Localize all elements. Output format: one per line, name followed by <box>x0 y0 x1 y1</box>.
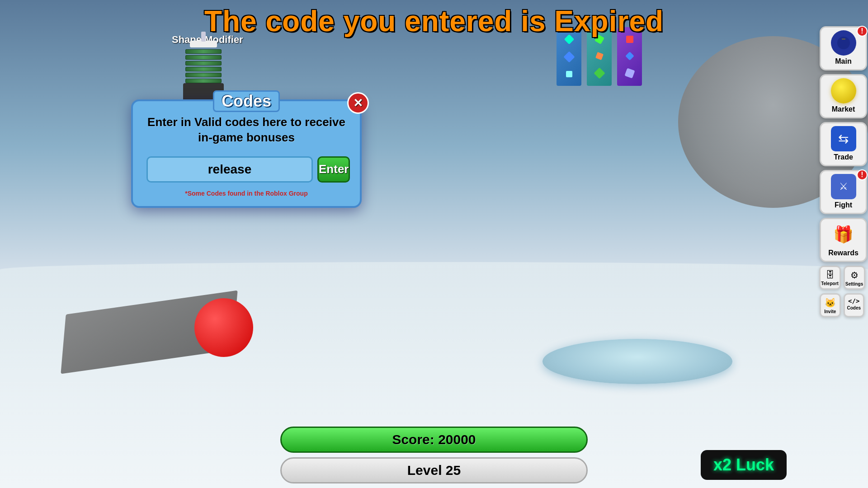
fight-notification: ! <box>857 169 868 180</box>
sidebar-item-codes[interactable]: </> Codes <box>844 293 865 317</box>
sidebar-item-settings[interactable]: ⚙ Settings <box>844 266 865 290</box>
main-label: Main <box>835 57 851 66</box>
sidebar: Main ! Market ⇆ Trade ⚔ Fight ! 🎁 Reward… <box>816 23 868 321</box>
sidebar-item-market[interactable]: Market <box>820 74 867 118</box>
invite-label: Invite <box>824 309 836 314</box>
rewards-label: Rewards <box>828 249 859 257</box>
main-icon <box>831 30 856 56</box>
market-label: Market <box>832 105 855 113</box>
teleport-label: Teleport <box>821 281 839 286</box>
ice-platform <box>542 339 732 384</box>
codes-modal: Codes ✕ Enter in Valid codes here to rec… <box>131 99 362 208</box>
level-text: Level 25 <box>407 463 461 478</box>
teleport-icon: 🗄 <box>826 270 835 280</box>
fight-icon: ⚔ <box>831 174 856 199</box>
modal-footnote: *Some Codes found in the Roblox Group <box>146 190 346 197</box>
tower-stripe <box>185 61 222 66</box>
rewards-icon: 🎁 <box>831 222 856 247</box>
settings-label: Settings <box>845 282 863 286</box>
codes-icon: </> <box>848 297 859 305</box>
score-bar: Score: 20000 <box>280 427 588 453</box>
tower-stripe <box>185 55 222 60</box>
tower-stripe <box>185 73 222 77</box>
codes-label: Codes <box>847 305 861 310</box>
enter-button[interactable]: Enter <box>317 156 350 183</box>
sidebar-item-fight[interactable]: ⚔ Fight ! <box>820 170 867 214</box>
sidebar-item-main[interactable]: Main ! <box>820 26 867 70</box>
sidebar-small-row-1: 🗄 Teleport ⚙ Settings <box>820 266 864 290</box>
expired-message: The code you entered is Expired <box>204 5 664 38</box>
level-bar: Level 25 <box>280 457 588 483</box>
main-notification: ! <box>857 26 868 37</box>
svg-rect-2 <box>842 38 845 40</box>
bottom-ui: Score: 20000 Level 25 <box>72 427 796 483</box>
top-banner: The code you entered is Expired <box>0 0 868 42</box>
code-input[interactable] <box>146 156 313 183</box>
fight-label: Fight <box>835 201 852 209</box>
modal-input-row: Enter <box>146 156 346 183</box>
modal-close-button[interactable]: ✕ <box>347 92 369 114</box>
sidebar-small-row-2: 🐱 Invite </> Codes <box>820 293 864 317</box>
tower-body <box>185 49 222 83</box>
settings-icon: ⚙ <box>850 270 859 281</box>
tower-stripe <box>185 67 222 71</box>
tower-stripe <box>185 49 222 54</box>
sidebar-item-invite[interactable]: 🐱 Invite <box>820 293 841 317</box>
invite-icon: 🐱 <box>825 297 836 308</box>
luck-badge: x2 Luck <box>701 450 787 480</box>
tower-stripe <box>185 79 222 83</box>
trade-icon: ⇆ <box>831 126 856 151</box>
sidebar-item-rewards[interactable]: 🎁 Rewards <box>820 218 867 262</box>
modal-title: Codes <box>213 90 280 112</box>
sidebar-item-teleport[interactable]: 🗄 Teleport <box>819 266 841 290</box>
luck-text: x2 Luck <box>713 455 774 474</box>
market-icon <box>831 78 856 103</box>
red-ball <box>194 298 253 357</box>
modal-description: Enter in Valid codes here to receive in-… <box>146 115 346 145</box>
score-text: Score: 20000 <box>392 432 476 447</box>
trade-label: Trade <box>834 153 853 161</box>
sidebar-item-trade[interactable]: ⇆ Trade <box>820 122 867 166</box>
